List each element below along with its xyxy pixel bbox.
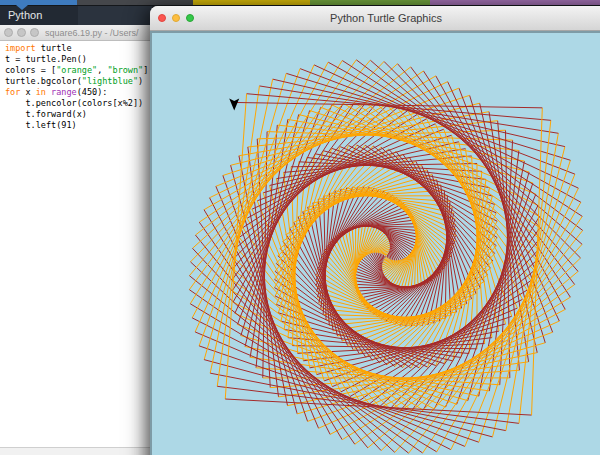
- turtle-graphics-window: Python Turtle Graphics: [150, 6, 600, 455]
- code-line: t.pencolor(colors[x%2]): [5, 98, 152, 109]
- editor-minimize-button[interactable]: [17, 28, 26, 37]
- tab-python[interactable]: Python: [0, 6, 78, 25]
- editor-window-title: square6.19.py - /Users/: [45, 28, 139, 38]
- tab-python-label: Python: [8, 9, 42, 21]
- code-line: import turtle: [5, 43, 152, 54]
- code-line: turtle.bgcolor("lightblue"): [5, 76, 152, 87]
- editor-window: square6.19.py - /Users/ import turtlet =…: [0, 25, 152, 455]
- turtle-path: [189, 60, 582, 453]
- code-line: t.left(91): [5, 120, 152, 131]
- turtle-titlebar[interactable]: Python Turtle Graphics: [150, 6, 600, 31]
- turtle-canvas: [150, 31, 600, 455]
- turtle-spiral-drawing: [152, 33, 600, 455]
- code-editor-text[interactable]: import turtlet = turtle.Pen()colors = ["…: [0, 41, 152, 131]
- turtle-minimize-button[interactable]: [172, 14, 180, 22]
- turtle-window-title: Python Turtle Graphics: [150, 6, 600, 30]
- code-line: t = turtle.Pen(): [5, 54, 152, 65]
- editor-titlebar[interactable]: square6.19.py - /Users/: [0, 25, 152, 41]
- turtle-close-button[interactable]: [158, 14, 166, 22]
- code-line: colors = ["orange", "brown"]: [5, 65, 152, 76]
- code-line: t.forward(x): [5, 109, 152, 120]
- turtle-cursor-icon: [229, 98, 239, 110]
- editor-close-button[interactable]: [4, 28, 13, 37]
- editor-bottom-bar: [0, 447, 152, 455]
- code-line: for x in range(450):: [5, 87, 152, 98]
- turtle-zoom-button[interactable]: [186, 14, 194, 22]
- active-tab-pointer-icon: [16, 5, 28, 10]
- editor-zoom-button[interactable]: [30, 28, 39, 37]
